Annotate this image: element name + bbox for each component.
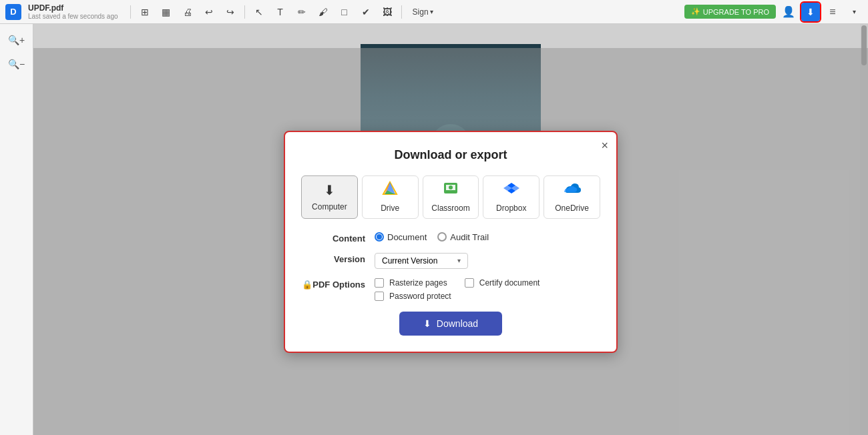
- password-label: Password protect: [389, 292, 451, 301]
- version-row: Version Current Version ▾: [301, 253, 600, 269]
- classroom-icon: [443, 181, 459, 199]
- tab-computer[interactable]: ⬇ Computer: [301, 175, 358, 219]
- sign-label: Sign: [413, 7, 429, 17]
- certify-label: Certify document: [479, 278, 540, 288]
- main-content: 🔍+ 🔍− × Download or export: [0, 24, 868, 435]
- cursor-button[interactable]: ↖: [250, 3, 268, 21]
- download-btn-label: Download: [437, 318, 478, 329]
- sign-button[interactable]: Sign ▾: [407, 3, 439, 21]
- certify-checkbox[interactable]: [465, 278, 474, 288]
- download-button[interactable]: ⬇ Download: [399, 312, 502, 336]
- download-btn-icon: ⬇: [423, 318, 431, 329]
- svg-point-6: [449, 185, 453, 189]
- checkbox-certify[interactable]: Certify document: [465, 278, 540, 288]
- download-icon-button[interactable]: ⬇: [801, 3, 820, 21]
- redo-button[interactable]: ↪: [222, 3, 239, 21]
- version-value: Current Version: [382, 256, 437, 266]
- checkboxes-col-left: Rasterize pages Password protect: [375, 278, 451, 301]
- tab-onedrive[interactable]: OneDrive: [544, 175, 600, 219]
- password-checkbox[interactable]: [375, 292, 384, 301]
- brush-button[interactable]: 🖌: [314, 3, 332, 21]
- rasterize-checkbox[interactable]: [375, 278, 384, 288]
- content-options: Document Audit Trail: [375, 232, 600, 242]
- upgrade-button[interactable]: ✨ UPGRADE TO PRO: [684, 5, 776, 19]
- text-button[interactable]: T: [272, 3, 289, 21]
- canvas-area: × Download or export ⬇ Computer: [33, 24, 868, 435]
- version-control: Current Version ▾: [375, 253, 600, 269]
- separator-1: [130, 5, 131, 19]
- grid-view-button[interactable]: ⊞: [136, 3, 154, 21]
- modal-overlay: × Download or export ⬇ Computer: [33, 48, 868, 435]
- drive-icon: [382, 181, 398, 199]
- radio-document-dot: [377, 234, 382, 240]
- image-button[interactable]: 🖼: [379, 3, 396, 21]
- checkbox-password[interactable]: Password protect: [375, 292, 451, 301]
- menu-icon-button[interactable]: ≡: [824, 3, 841, 21]
- pdf-options-lock-icon: 🔒: [302, 280, 312, 290]
- zoom-in-button[interactable]: 🔍+: [6, 29, 27, 51]
- dropbox-icon: [503, 181, 519, 199]
- toolbar-right: ✨ UPGRADE TO PRO 👤 ⬇ ≡ ▾: [684, 3, 863, 21]
- content-label: Content: [301, 232, 375, 244]
- panel-button[interactable]: ▦: [158, 3, 175, 21]
- radio-audit-circle: [437, 232, 447, 242]
- sign-arrow: ▾: [430, 8, 433, 15]
- tab-classroom[interactable]: Classroom: [423, 175, 479, 219]
- toolbar-left: D UPDF.pdf Last saved a few seconds ago …: [5, 3, 682, 21]
- radio-audit-label: Audit Trail: [450, 232, 489, 242]
- version-label: Version: [301, 253, 375, 264]
- toolbar: D UPDF.pdf Last saved a few seconds ago …: [0, 0, 868, 24]
- tab-drive[interactable]: Drive: [362, 175, 419, 219]
- upgrade-icon: ✨: [691, 7, 700, 16]
- tab-dropbox-label: Dropbox: [496, 203, 526, 213]
- radio-document-label: Document: [387, 232, 427, 242]
- onedrive-icon: [563, 181, 582, 199]
- close-icon: ×: [601, 139, 608, 152]
- download-btn-row: ⬇ Download: [301, 312, 600, 336]
- radio-document[interactable]: Document: [375, 232, 427, 242]
- checkbox-cols: Rasterize pages Password protect: [375, 278, 600, 301]
- tab-row: ⬇ Computer: [301, 175, 600, 219]
- pdf-options-label: 🔒PDF Options: [301, 278, 375, 290]
- checkbox-rasterize[interactable]: Rasterize pages: [375, 278, 451, 288]
- tab-dropbox[interactable]: Dropbox: [483, 175, 539, 219]
- tab-onedrive-label: OneDrive: [555, 203, 589, 213]
- print-button[interactable]: 🖨: [179, 3, 196, 21]
- stamp-button[interactable]: ✔: [357, 3, 375, 21]
- app-title: UPDF.pdf Last saved a few seconds ago: [28, 3, 118, 20]
- undo-button[interactable]: ↩: [200, 3, 218, 21]
- checkboxes-col-right: Certify document: [465, 278, 540, 288]
- separator-2: [244, 5, 245, 19]
- tab-classroom-label: Classroom: [431, 203, 469, 213]
- radio-document-circle: [375, 232, 384, 242]
- app-logo: D: [5, 4, 21, 20]
- radio-audit-trail[interactable]: Audit Trail: [437, 232, 489, 242]
- zoom-out-button[interactable]: 🔍−: [6, 53, 27, 75]
- close-button[interactable]: ×: [601, 139, 608, 153]
- computer-icon: ⬇: [324, 182, 335, 198]
- pdf-options-text: PDF Options: [312, 280, 365, 290]
- left-panel: 🔍+ 🔍−: [0, 24, 33, 435]
- rasterize-label: Rasterize pages: [389, 278, 447, 288]
- content-row: Content Document Audit Trail: [301, 232, 600, 244]
- user-icon-button[interactable]: 👤: [780, 3, 797, 21]
- dialog-title: Download or export: [301, 148, 600, 162]
- pdf-options-control: Rasterize pages Password protect: [375, 278, 600, 301]
- svg-rect-7: [449, 190, 453, 191]
- dialog: × Download or export ⬇ Computer: [284, 131, 618, 353]
- pen-button[interactable]: ✏: [293, 3, 310, 21]
- tab-drive-label: Drive: [381, 203, 399, 213]
- upgrade-label: UPGRADE TO PRO: [703, 8, 769, 16]
- shape-button[interactable]: □: [336, 3, 353, 21]
- more-options-button[interactable]: ▾: [845, 3, 863, 21]
- save-status: Last saved a few seconds ago: [28, 13, 118, 20]
- file-name: UPDF.pdf: [28, 3, 118, 13]
- version-select[interactable]: Current Version ▾: [375, 253, 468, 269]
- version-arrow: ▾: [457, 257, 461, 264]
- pdf-options-row: 🔒PDF Options Rasterize pages: [301, 278, 600, 301]
- separator-3: [401, 5, 402, 19]
- tab-computer-label: Computer: [312, 202, 347, 211]
